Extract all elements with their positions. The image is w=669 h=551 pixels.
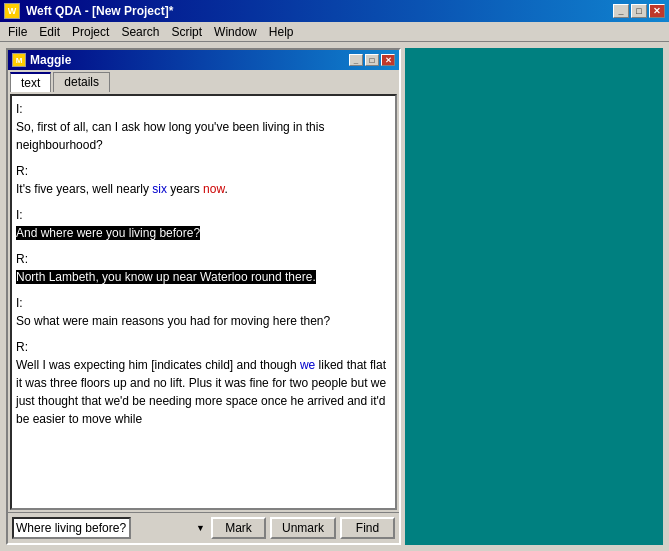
document-window: M Maggie _ □ ✕ text details I: So, first… xyxy=(6,48,401,545)
menu-search[interactable]: Search xyxy=(115,23,165,41)
paragraph-5: I: So what were main reasons you had for… xyxy=(16,294,391,330)
doc-close-button[interactable]: ✕ xyxy=(381,54,395,66)
red-text-now: now xyxy=(203,182,224,196)
paragraph-4: R: North Lambeth, you know up near Water… xyxy=(16,250,391,286)
app-title-bar: W Weft QDA - [New Project]* _ □ ✕ xyxy=(0,0,669,22)
doc-minimize-button[interactable]: _ xyxy=(349,54,363,66)
maximize-button[interactable]: □ xyxy=(631,4,647,18)
paragraph-2-text: It's five years, well nearly six years n… xyxy=(16,182,228,196)
tab-bar: text details xyxy=(8,70,399,92)
menu-project[interactable]: Project xyxy=(66,23,115,41)
paragraph-3-highlighted: And where were you living before? xyxy=(16,226,200,240)
paragraph-6: R: Well I was expecting him [indicates c… xyxy=(16,338,391,428)
text-content-area[interactable]: I: So, first of all, can I ask how long … xyxy=(10,94,397,510)
main-area: M Maggie _ □ ✕ text details I: So, first… xyxy=(0,42,669,551)
unmark-button[interactable]: Unmark xyxy=(270,517,336,539)
speaker-label-1: I: xyxy=(16,102,23,116)
blue-text-we: we xyxy=(300,358,315,372)
app-title: Weft QDA - [New Project]* xyxy=(26,4,173,18)
paragraph-3: I: And where were you living before? xyxy=(16,206,391,242)
right-empty-area xyxy=(405,48,663,545)
find-button[interactable]: Find xyxy=(340,517,395,539)
category-dropdown[interactable]: Where living before? Category 1 Category… xyxy=(12,517,131,539)
paragraph-1-text: So, first of all, can I ask how long you… xyxy=(16,120,324,152)
category-dropdown-wrap: Where living before? Category 1 Category… xyxy=(12,517,207,539)
speaker-label-6: R: xyxy=(16,340,28,354)
doc-maximize-button[interactable]: □ xyxy=(365,54,379,66)
paragraph-2: R: It's five years, well nearly six year… xyxy=(16,162,391,198)
mark-button[interactable]: Mark xyxy=(211,517,266,539)
paragraph-1: I: So, first of all, can I ask how long … xyxy=(16,100,391,154)
doc-icon: M xyxy=(12,53,26,67)
close-button[interactable]: ✕ xyxy=(649,4,665,18)
speaker-label-5: I: xyxy=(16,296,23,310)
paragraph-5-text: So what were main reasons you had for mo… xyxy=(16,314,330,328)
menu-help[interactable]: Help xyxy=(263,23,300,41)
paragraph-6-text: Well I was expecting him [indicates chil… xyxy=(16,358,386,426)
bottom-bar: Where living before? Category 1 Category… xyxy=(8,512,399,543)
app-icon: W xyxy=(4,3,20,19)
doc-title-bar: M Maggie _ □ ✕ xyxy=(8,50,399,70)
tab-text[interactable]: text xyxy=(10,72,51,92)
speaker-label-3: I: xyxy=(16,208,23,222)
doc-title: Maggie xyxy=(30,53,71,67)
menu-bar: File Edit Project Search Script Window H… xyxy=(0,22,669,42)
minimize-button[interactable]: _ xyxy=(613,4,629,18)
menu-window[interactable]: Window xyxy=(208,23,263,41)
paragraph-4-highlighted: North Lambeth, you know up near Waterloo… xyxy=(16,270,316,284)
menu-edit[interactable]: Edit xyxy=(33,23,66,41)
menu-script[interactable]: Script xyxy=(165,23,208,41)
blue-text-six: six xyxy=(152,182,167,196)
tab-details[interactable]: details xyxy=(53,72,110,92)
speaker-label-4: R: xyxy=(16,252,28,266)
menu-file[interactable]: File xyxy=(2,23,33,41)
speaker-label-2: R: xyxy=(16,164,28,178)
